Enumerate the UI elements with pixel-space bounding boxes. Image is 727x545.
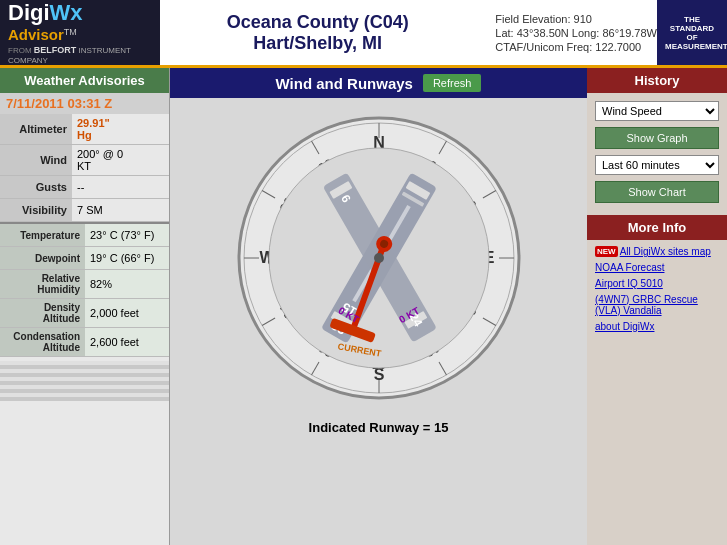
wind-label: Wind — [0, 145, 72, 175]
field-elevation: Field Elevation: 910 — [495, 13, 657, 25]
more-info-header: More Info — [587, 215, 727, 240]
temperature-value: 23° C (73° F) — [85, 224, 169, 246]
density-row: DensityAltitude 2,000 feet — [0, 299, 169, 328]
refresh-button[interactable]: Refresh — [423, 74, 482, 92]
compass-container: 33 N 3 6 E 30 9 12 S 15 21 24 W — [229, 108, 529, 408]
wind-runways-header: Wind and Runways Refresh — [170, 68, 587, 98]
wind-runways-title: Wind and Runways — [276, 75, 413, 92]
standard-badge: THESTANDARDOFMEASUREMENT — [657, 0, 727, 65]
left-panel: Weather Advisories 7/11/2011 03:31 Z Alt… — [0, 68, 170, 545]
density-value: 2,000 feet — [85, 299, 169, 327]
gusts-label: Gusts — [0, 176, 72, 198]
weather-advisories-header: Weather Advisories — [0, 68, 169, 93]
center-panel: Wind and Runways Refresh — [170, 68, 587, 545]
temperature-row: Temperature 23° C (73° F) — [0, 224, 169, 247]
more-info-content: NEW All DigiWx sites map NOAA Forecast A… — [587, 240, 727, 338]
wind-row: Wind 200° @ 0KT — [0, 145, 169, 176]
wind-value: 200° @ 0KT — [72, 145, 169, 175]
altimeter-value: 29.91"Hg — [72, 114, 169, 144]
compass-svg: 33 N 3 6 E 30 9 12 S 15 21 24 W — [229, 108, 529, 408]
indicated-runway: Indicated Runway = 15 — [309, 420, 449, 435]
ctaf: CTAF/Unicom Freq: 122.7000 — [495, 41, 657, 53]
new-badge: NEW — [595, 246, 618, 257]
visibility-value: 7 SM — [72, 199, 169, 221]
header: DigiWx AdvisorTM FROM BELFORT INSTRUMENT… — [0, 0, 727, 68]
logo-belfort: FROM BELFORT INSTRUMENT COMPANY — [8, 45, 152, 65]
logo-digi: DigiWx AdvisorTM — [8, 0, 152, 43]
noaa-forecast-link[interactable]: NOAA Forecast — [595, 262, 719, 273]
svg-point-49 — [374, 253, 384, 263]
gusts-row: Gusts -- — [0, 176, 169, 199]
wind-speed-select[interactable]: Wind Speed — [595, 101, 719, 121]
airport-iq-link[interactable]: Airport IQ 5010 — [595, 278, 719, 289]
condensation-value: 2,600 feet — [85, 328, 169, 356]
lat-lon: Lat: 43°38.50N Long: 86°19.78W — [495, 27, 657, 39]
dewpoint-row: Dewpoint 19° C (66° F) — [0, 247, 169, 270]
standard-text: THESTANDARDOFMEASUREMENT — [665, 15, 719, 51]
about-digiwx-link[interactable]: about DigiWx — [595, 321, 719, 332]
station-name: Oceana County (C04) — [227, 12, 409, 33]
history-header: History — [587, 68, 727, 93]
humidity-value: 82% — [85, 270, 169, 298]
show-chart-button[interactable]: Show Chart — [595, 181, 719, 203]
show-graph-button[interactable]: Show Graph — [595, 127, 719, 149]
main: Weather Advisories 7/11/2011 03:31 Z Alt… — [0, 68, 727, 545]
condensation-label: CondensationAltitude — [0, 328, 85, 356]
wind-speed-dropdown-row: Wind Speed — [595, 101, 719, 121]
dewpoint-label: Dewpoint — [0, 247, 85, 269]
temperature-label: Temperature — [0, 224, 85, 246]
dewpoint-value: 19° C (66° F) — [85, 247, 169, 269]
stripe-decoration — [0, 361, 169, 401]
date-time: 7/11/2011 03:31 Z — [0, 93, 169, 114]
condensation-row: CondensationAltitude 2,600 feet — [0, 328, 169, 357]
visibility-row: Visibility 7 SM — [0, 199, 169, 222]
density-label: DensityAltitude — [0, 299, 85, 327]
time-range-dropdown-row: Last 60 minutes — [595, 155, 719, 175]
altimeter-label: Altimeter — [0, 114, 72, 144]
field-info: Field Elevation: 910 Lat: 43°38.50N Long… — [475, 0, 657, 65]
humidity-row: RelativeHumidity 82% — [0, 270, 169, 299]
humidity-label: RelativeHumidity — [0, 270, 85, 298]
history-content: Wind Speed Show Graph Last 60 minutes Sh… — [587, 93, 727, 211]
station-city: Hart/Shelby, MI — [253, 33, 382, 54]
right-panel: History Wind Speed Show Graph Last 60 mi… — [587, 68, 727, 545]
grbc-rescue-link[interactable]: (4WN7) GRBC Rescue (VLA) Vandalia — [595, 294, 719, 316]
all-digiwx-link-row: NEW All DigiWx sites map — [595, 246, 719, 257]
time-range-select[interactable]: Last 60 minutes — [595, 155, 719, 175]
station-area: Oceana County (C04) Hart/Shelby, MI — [160, 0, 475, 65]
all-digiwx-link[interactable]: All DigiWx sites map — [620, 246, 711, 257]
altimeter-row: Altimeter 29.91"Hg — [0, 114, 169, 145]
visibility-label: Visibility — [0, 199, 72, 221]
logo-area: DigiWx AdvisorTM FROM BELFORT INSTRUMENT… — [0, 0, 160, 65]
gusts-value: -- — [72, 176, 169, 198]
